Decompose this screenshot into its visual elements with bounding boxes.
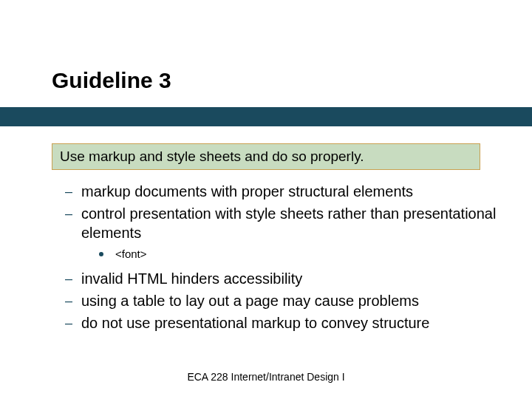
callout-box: Use markup and style sheets and do so pr…	[52, 143, 480, 170]
list-item-text: control presentation with style sheets r…	[81, 204, 501, 242]
list-item: – using a table to lay out a page may ca…	[65, 291, 501, 310]
slide-title: Guideline 3	[52, 68, 171, 93]
dash-icon: –	[65, 182, 81, 201]
sub-list-item: <font>	[99, 247, 501, 262]
title-underline-bar	[0, 107, 532, 126]
list-item: – markup documents with proper structura…	[65, 182, 501, 201]
bullet-icon	[99, 247, 115, 262]
list-item-text: invalid HTML hinders accessibility	[81, 269, 302, 288]
body-content: – markup documents with proper structura…	[65, 182, 501, 335]
dash-icon: –	[65, 204, 81, 223]
list-item: – invalid HTML hinders accessibility	[65, 269, 501, 288]
slide-footer: ECA 228 Internet/Intranet Design I	[0, 371, 532, 383]
list-item-text: do not use presentational markup to conv…	[81, 313, 429, 332]
list-item: – do not use presentational markup to co…	[65, 313, 501, 332]
dash-icon: –	[65, 313, 81, 332]
list-item-text: markup documents with proper structural …	[81, 182, 413, 201]
sub-list-item-text: <font>	[115, 247, 147, 262]
dash-icon: –	[65, 291, 81, 310]
callout-text: Use markup and style sheets and do so pr…	[60, 149, 364, 164]
list-item-text: using a table to lay out a page may caus…	[81, 291, 419, 310]
list-item: – control presentation with style sheets…	[65, 204, 501, 242]
dash-icon: –	[65, 269, 81, 288]
